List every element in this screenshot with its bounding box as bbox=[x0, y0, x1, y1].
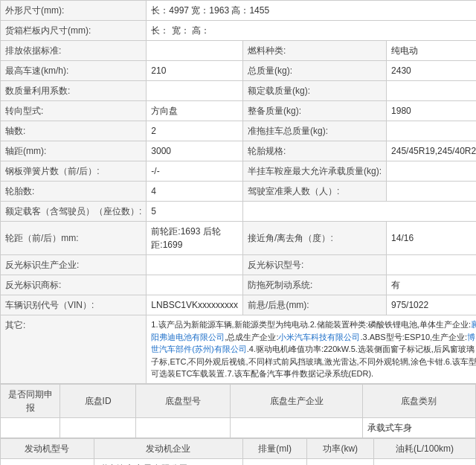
engine-val-company: 联合汽车电子有限公司 bbox=[94, 458, 242, 465]
value-zongzhiliang: 2430 bbox=[387, 61, 476, 81]
value-maxspeed: 210 bbox=[147, 61, 243, 81]
label-fanguang-qiye: 反光标识生产企业: bbox=[1, 255, 147, 275]
engine-val-displacement: - bbox=[242, 458, 307, 465]
label-ranliao: 燃料种类: bbox=[243, 41, 387, 61]
chassis-col2: 底盘ID bbox=[60, 384, 136, 417]
value-luntai: 245/45R19,245/40R20 bbox=[387, 141, 476, 161]
value-huoxiang: 长： 宽： 高： bbox=[147, 21, 476, 41]
engine-col3: 排量(ml) bbox=[242, 438, 307, 458]
chassis-val1 bbox=[1, 417, 60, 437]
label-bangua: 半挂车鞍座最大允许承载质量(kg): bbox=[243, 161, 387, 182]
value-edingzaike-right bbox=[243, 202, 476, 222]
value-jiashishi bbox=[387, 182, 476, 202]
engine-col5: 油耗(L/100km) bbox=[374, 438, 476, 458]
table-row: 转向型式: 方向盘 整备质量(kg): 1980 bbox=[1, 101, 477, 121]
table-row: 最高车速(km/h): 210 总质量(kg): 2430 bbox=[1, 61, 477, 81]
label-luntai: 轮胎规格: bbox=[243, 141, 387, 161]
table-row: 额定载客（含驾驶员）（座位数）: 5 bbox=[1, 202, 477, 222]
label-edingzai: 额定载质量(kg): bbox=[243, 81, 387, 101]
engine-val-fuel bbox=[374, 458, 476, 465]
note-text-3: .3.ABS型号:ESP10,生产企业: bbox=[360, 333, 467, 341]
label-zongzhiliang: 总质量(kg): bbox=[243, 61, 387, 81]
label-gangban: 钢板弹簧片数（前/后）: bbox=[1, 161, 147, 182]
engine-col2: 发动机企业 bbox=[94, 438, 242, 458]
chassis-col5: 底盘类别 bbox=[362, 384, 475, 417]
value-zhuanxiang: 方向盘 bbox=[147, 101, 243, 121]
value-fanguang-logo bbox=[147, 275, 243, 295]
engine-col4: 功率(kw) bbox=[307, 438, 374, 458]
table-row: 轮距（前/后）mm: 前轮距:1693 后轮距:1699 接近角/离去角（度）:… bbox=[1, 222, 477, 255]
note-text-2: ,总成生产企业: bbox=[225, 333, 278, 341]
chassis-val2 bbox=[60, 417, 136, 437]
engine-val-model: TZ220XS000 bbox=[1, 458, 94, 465]
table-row: 排放依据标准: 燃料种类: 纯电动 bbox=[1, 41, 477, 61]
value-edingzai bbox=[387, 81, 476, 101]
value-waixing: 长：4997 宽：1963 高：1455 bbox=[147, 1, 476, 21]
value-fanguang-qiye bbox=[147, 255, 243, 275]
engine-header-row: 发动机型号 发动机企业 排量(ml) 功率(kw) 油耗(L/100km) bbox=[1, 438, 476, 458]
engine-col1: 发动机型号 bbox=[1, 438, 94, 458]
table-row: 反光标识生产企业: 反光标识型号: bbox=[1, 255, 477, 275]
value-vin: LNBSC1VKxxxxxxxxx bbox=[147, 295, 243, 315]
label-luntaishu: 轮胎数: bbox=[1, 182, 147, 202]
value-gangban: -/- bbox=[147, 161, 243, 182]
chassis-val4 bbox=[231, 417, 362, 437]
engine-table: 发动机型号 发动机企业 排量(ml) 功率(kw) 油耗(L/100km) TZ… bbox=[0, 438, 476, 466]
value-fanguang-xuhao bbox=[387, 255, 476, 275]
value-zhuntuogua bbox=[387, 121, 476, 141]
chassis-header-row: 是否同期申报 底盘ID 底盘型号 底盘生产企业 底盘类别 bbox=[1, 384, 476, 417]
specs-table: 外形尺寸(mm): 长：4997 宽：1963 高：1455 货箱栏板内尺寸(m… bbox=[0, 0, 476, 384]
label-fangtuosi: 防拖死制动系统: bbox=[243, 275, 387, 295]
value-jiejinjiao: 14/16 bbox=[387, 222, 476, 255]
chassis-table: 是否同期申报 底盘ID 底盘型号 底盘生产企业 底盘类别 承载式车身 bbox=[0, 384, 476, 438]
chassis-val5: 承载式车身 bbox=[362, 417, 475, 437]
label-zhoushu: 轴数: bbox=[1, 121, 147, 141]
label-jiashishi: 驾驶室准乘人数（人）: bbox=[243, 182, 387, 202]
label-vin: 车辆识别代号（VIN）: bbox=[1, 295, 147, 315]
value-bangua bbox=[387, 161, 476, 182]
label-zhuanxiang: 转向型式: bbox=[1, 101, 147, 121]
value-zhengbei: 1980 bbox=[387, 101, 476, 121]
value-luntaishu: 4 bbox=[147, 182, 243, 202]
engine-val-power: 220 bbox=[307, 458, 374, 465]
chassis-col1: 是否同期申报 bbox=[1, 384, 60, 417]
table-row: 轴数: 2 准拖挂车总质量(kg): bbox=[1, 121, 477, 141]
label-zhengbei: 整备质量(kg): bbox=[243, 101, 387, 121]
value-edingzaike: 5 bbox=[147, 202, 243, 222]
engine-data-row: TZ220XS000 联合汽车电子有限公司 - 220 bbox=[1, 458, 476, 465]
label-edingzaike: 额定载客（含驾驶员）（座位数）: bbox=[1, 202, 147, 222]
note-content: 1.该产品为新能源车辆,新能源类型为纯电动.2.储能装置种类:磷酸铁锂电池,单体… bbox=[147, 315, 476, 384]
value-fangtuosi: 有 bbox=[387, 275, 476, 295]
label-huoxiang: 货箱栏板内尺寸(mm): bbox=[1, 21, 147, 41]
table-row: 轴距(mm): 3000 轮胎规格: 245/45R19,245/40R20 bbox=[1, 141, 477, 161]
value-zhoushu: 2 bbox=[147, 121, 243, 141]
value-qianxuan: 975/1022 bbox=[387, 295, 476, 315]
label-zhouju: 轴距(mm): bbox=[1, 141, 147, 161]
note-row: 其它: 1.该产品为新能源车辆,新能源类型为纯电动.2.储能装置种类:磷酸铁锂电… bbox=[1, 315, 477, 384]
chassis-data-row: 承载式车身 bbox=[1, 417, 476, 437]
note-text-prefix: 1.该产品为新能源车辆,新能源类型为纯电动.2.储能装置种类:磷酸铁锂电池,单体… bbox=[151, 320, 471, 329]
chassis-val3 bbox=[136, 417, 231, 437]
table-row: 轮胎数: 4 驾驶室准乘人数（人）: bbox=[1, 182, 477, 202]
label-maxspeed: 最高车速(km/h): bbox=[1, 61, 147, 81]
label-shuzhiliang: 数质量利用系数: bbox=[1, 81, 147, 101]
table-row: 反光标识商标: 防拖死制动系统: 有 bbox=[1, 275, 477, 295]
note-label: 其它: bbox=[1, 315, 147, 384]
label-paifang: 排放依据标准: bbox=[1, 41, 147, 61]
value-lunjiu: 前轮距:1693 后轮距:1699 bbox=[147, 222, 243, 255]
value-paifang bbox=[147, 41, 243, 61]
table-row: 外形尺寸(mm): 长：4997 宽：1963 高：1455 bbox=[1, 1, 477, 21]
value-shuzhiliang bbox=[147, 81, 243, 101]
table-row: 车辆识别代号（VIN）: LNBSC1VKxxxxxxxxx 前悬/后悬(mm)… bbox=[1, 295, 477, 315]
table-row: 货箱栏板内尺寸(mm): 长： 宽： 高： bbox=[1, 21, 477, 41]
label-qianxuan: 前悬/后悬(mm): bbox=[243, 295, 387, 315]
note-link-2[interactable]: 小米汽车科技有限公司 bbox=[278, 333, 360, 341]
chassis-col4: 底盘生产企业 bbox=[231, 384, 362, 417]
table-row: 钢板弹簧片数（前/后）: -/- 半挂车鞍座最大允许承载质量(kg): bbox=[1, 161, 477, 182]
chassis-col3: 底盘型号 bbox=[136, 384, 231, 417]
label-fanguang-xuhao: 反光标识型号: bbox=[243, 255, 387, 275]
value-zhouju: 3000 bbox=[147, 141, 243, 161]
label-lunjiu: 轮距（前/后）mm: bbox=[1, 222, 147, 255]
label-waixing: 外形尺寸(mm): bbox=[1, 1, 147, 21]
value-ranliao: 纯电动 bbox=[387, 41, 476, 61]
